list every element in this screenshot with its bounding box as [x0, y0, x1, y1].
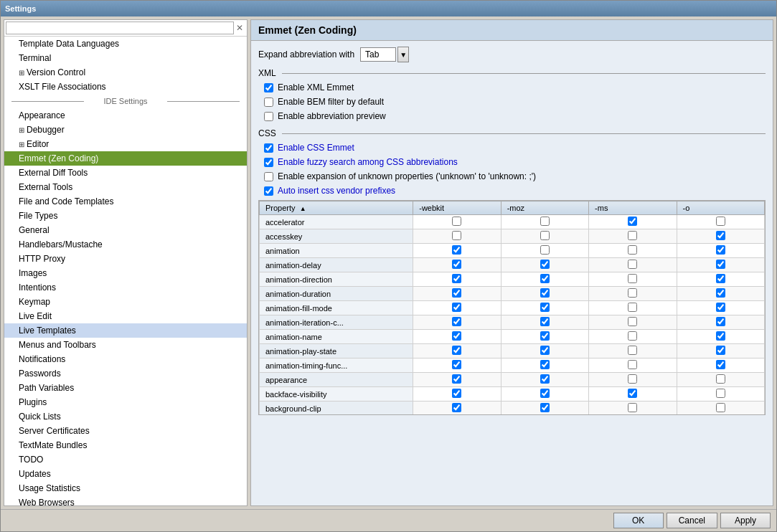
sidebar-item-usage-statistics[interactable]: Usage Statistics: [4, 481, 247, 495]
check-ms[interactable]: [589, 229, 677, 244]
sidebar-item-path-variables[interactable]: Path Variables: [4, 381, 247, 395]
sidebar-item-emmet[interactable]: Emmet (Zen Coding): [4, 151, 247, 166]
check-ms[interactable]: [589, 387, 677, 402]
check-webkit[interactable]: [413, 272, 501, 287]
checkbox-webkit-10[interactable]: [452, 360, 461, 369]
expand-dropdown-arrow[interactable]: ▼: [397, 47, 409, 62]
check-ms[interactable]: [589, 315, 677, 330]
checkbox-ms-4[interactable]: [628, 274, 637, 283]
sidebar-item-quick-lists[interactable]: Quick Lists: [4, 409, 247, 424]
check-o[interactable]: [677, 244, 764, 258]
check-moz[interactable]: [501, 272, 588, 287]
sidebar-item-passwords[interactable]: Passwords: [4, 366, 247, 381]
check-ms[interactable]: [589, 373, 677, 387]
checkbox-ms-2[interactable]: [628, 245, 637, 255]
checkbox-fuzzy-label[interactable]: Enable fuzzy search among CSS abbreviati…: [278, 157, 458, 167]
check-moz[interactable]: [501, 387, 588, 402]
checkbox-ms-6[interactable]: [628, 303, 637, 312]
sidebar-item-images[interactable]: Images: [4, 266, 247, 280]
checkbox-o-6[interactable]: [716, 303, 725, 312]
sidebar-item-live-templates[interactable]: Live Templates: [4, 323, 247, 338]
sidebar-search-input[interactable]: [6, 22, 234, 34]
sidebar-item-handlebars-mustache[interactable]: Handlebars/Mustache: [4, 237, 247, 252]
sidebar-item-version-control[interactable]: ⊞Version Control: [4, 65, 247, 80]
checkbox-ms-1[interactable]: [628, 231, 637, 240]
sidebar-item-server-certificates[interactable]: Server Certificates: [4, 424, 247, 438]
checkbox-o-13[interactable]: [716, 403, 725, 412]
check-o[interactable]: [677, 272, 764, 287]
checkbox-webkit-12[interactable]: [452, 389, 461, 398]
checkbox-webkit-9[interactable]: [452, 346, 461, 355]
check-o[interactable]: [677, 373, 764, 387]
check-moz[interactable]: [501, 344, 588, 358]
check-webkit[interactable]: [413, 330, 501, 344]
check-moz[interactable]: [501, 287, 588, 301]
check-moz[interactable]: [501, 358, 588, 373]
sidebar-item-terminal[interactable]: Terminal: [4, 51, 247, 65]
check-webkit[interactable]: [413, 287, 501, 301]
checkbox-bem-input[interactable]: [264, 98, 273, 107]
th-o[interactable]: -o: [677, 201, 764, 215]
checkbox-webkit-1[interactable]: [452, 231, 461, 240]
checkbox-o-2[interactable]: [716, 245, 725, 255]
checkbox-xml-emmet-input[interactable]: [264, 83, 273, 92]
checkbox-webkit-13[interactable]: [452, 403, 461, 412]
check-o[interactable]: [677, 229, 764, 244]
check-webkit[interactable]: [413, 387, 501, 402]
checkbox-o-12[interactable]: [716, 389, 725, 398]
checkbox-unknown-input[interactable]: [264, 172, 273, 181]
checkbox-vendor-input[interactable]: [264, 186, 273, 196]
check-o[interactable]: [677, 387, 764, 402]
checkbox-ms-8[interactable]: [628, 331, 637, 341]
checkbox-ms-3[interactable]: [628, 260, 637, 269]
th-property[interactable]: Property ▲: [260, 201, 413, 215]
sidebar-clear-button[interactable]: ✕: [234, 22, 245, 34]
checkbox-abbr-label[interactable]: Enable abbreviation preview: [278, 111, 386, 121]
checkbox-unknown-label[interactable]: Enable expansion of unknown properties (…: [278, 171, 536, 181]
th-moz[interactable]: -moz: [501, 201, 588, 215]
checkbox-webkit-6[interactable]: [452, 303, 461, 312]
check-ms[interactable]: [589, 402, 677, 416]
sidebar-item-debugger[interactable]: ⊞Debugger: [4, 123, 247, 137]
checkbox-bem-label[interactable]: Enable BEM filter by default: [278, 97, 384, 107]
ok-button[interactable]: OK: [613, 513, 664, 528]
checkbox-moz-1[interactable]: [540, 231, 550, 240]
sidebar-item-appearance[interactable]: Appearance: [4, 108, 247, 123]
checkbox-o-3[interactable]: [716, 260, 725, 269]
check-moz[interactable]: [501, 402, 588, 416]
sidebar-item-intentions[interactable]: Intentions: [4, 280, 247, 295]
checkbox-o-0[interactable]: [716, 217, 725, 226]
checkbox-moz-6[interactable]: [540, 303, 550, 312]
checkbox-moz-0[interactable]: [540, 217, 550, 226]
sidebar-item-live-edit[interactable]: Live Edit: [4, 309, 247, 323]
checkbox-ms-10[interactable]: [628, 360, 637, 369]
sidebar-item-updates[interactable]: Updates: [4, 467, 247, 481]
check-ms[interactable]: [589, 244, 677, 258]
checkbox-moz-8[interactable]: [540, 331, 550, 341]
check-webkit[interactable]: [413, 258, 501, 272]
checkbox-o-9[interactable]: [716, 346, 725, 355]
check-moz[interactable]: [501, 315, 588, 330]
checkbox-ms-0[interactable]: [628, 217, 637, 226]
check-ms[interactable]: [589, 344, 677, 358]
checkbox-moz-10[interactable]: [540, 360, 550, 369]
checkbox-moz-2[interactable]: [540, 245, 550, 255]
check-ms[interactable]: [589, 330, 677, 344]
sidebar-item-general[interactable]: General: [4, 223, 247, 237]
checkbox-o-1[interactable]: [716, 231, 725, 240]
checkbox-abbr-input[interactable]: [264, 112, 273, 121]
check-webkit[interactable]: [413, 215, 501, 229]
sidebar-item-file-and-code-templates[interactable]: File and Code Templates: [4, 194, 247, 209]
check-o[interactable]: [677, 330, 764, 344]
apply-button[interactable]: Apply: [720, 513, 771, 528]
check-ms[interactable]: [589, 215, 677, 229]
checkbox-moz-3[interactable]: [540, 260, 550, 269]
checkbox-webkit-5[interactable]: [452, 288, 461, 298]
sidebar-item-xslt-file-associations[interactable]: XSLT File Associations: [4, 80, 247, 94]
check-o[interactable]: [677, 287, 764, 301]
expand-dropdown-value[interactable]: Tab: [360, 47, 396, 62]
checkbox-ms-7[interactable]: [628, 317, 637, 326]
checkbox-moz-4[interactable]: [540, 274, 550, 283]
check-moz[interactable]: [501, 301, 588, 315]
checkbox-webkit-0[interactable]: [452, 217, 461, 226]
